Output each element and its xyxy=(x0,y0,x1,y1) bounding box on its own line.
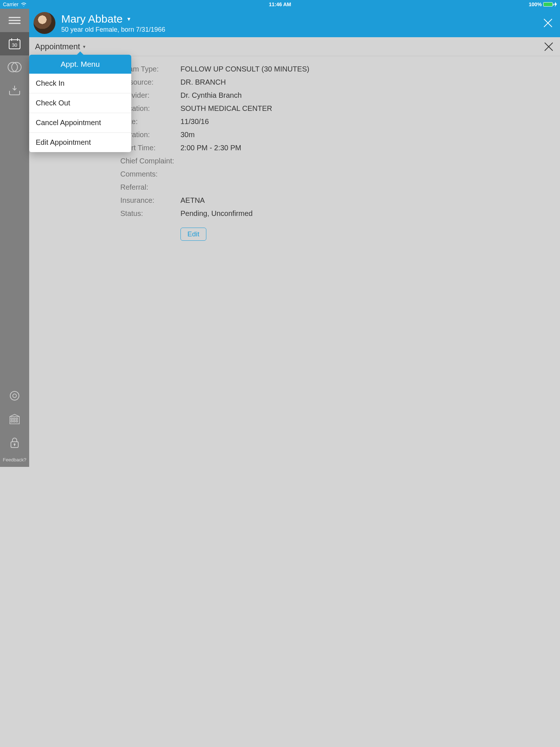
field-label: Chief Complaint: xyxy=(120,157,180,165)
chevron-down-icon: ▼ xyxy=(82,44,86,49)
menu-check-out[interactable]: Check Out xyxy=(29,93,131,113)
people-icon xyxy=(8,61,22,73)
gear-icon xyxy=(9,390,20,402)
field-value: Pending, Unconfirmed xyxy=(180,209,253,218)
field-value: 11/30/16 xyxy=(180,117,209,126)
patient-name-text: Mary Abbate xyxy=(61,13,122,25)
carrier-label: Carrier xyxy=(3,1,19,7)
field-value: FOLLOW UP CONSULT (30 MINUTES) xyxy=(180,65,309,73)
dropdown-header: Appt. Menu xyxy=(29,55,131,74)
chevron-down-icon: ▼ xyxy=(126,16,131,22)
inbox-download-icon xyxy=(8,85,21,96)
patient-name-dropdown[interactable]: Mary Abbate ▼ xyxy=(61,13,165,25)
svg-rect-15 xyxy=(11,421,12,422)
field-value: DR. BRANCH xyxy=(180,78,226,86)
hamburger-icon xyxy=(8,16,21,24)
sidebar-menu-button[interactable] xyxy=(0,9,29,32)
patient-header: Mary Abbate ▼ 50 year old Female, born 7… xyxy=(29,9,350,37)
sidebar-feedback-link[interactable]: Feedback? xyxy=(0,454,29,467)
sidebar-settings[interactable] xyxy=(0,384,29,407)
patient-subtitle: 50 year old Female, born 7/31/1966 xyxy=(61,26,165,34)
field-label: Status: xyxy=(120,209,180,218)
svg-rect-14 xyxy=(16,418,18,419)
field-value: 2:00 PM - 2:30 PM xyxy=(180,144,241,152)
menu-edit-appointment[interactable]: Edit Appointment xyxy=(29,133,131,152)
menu-check-in[interactable]: Check In xyxy=(29,74,131,93)
svg-text:30: 30 xyxy=(12,42,17,48)
status-bar: Carrier 11:46 AM 100% xyxy=(0,0,350,9)
subheader-title-text: Appointment xyxy=(35,42,80,51)
svg-rect-17 xyxy=(16,421,18,422)
svg-rect-12 xyxy=(11,418,12,419)
calendar-icon: 30 xyxy=(8,38,21,50)
field-value: AETNA xyxy=(180,196,205,205)
field-value: Dr. Cynthia Branch xyxy=(180,91,242,100)
appointment-menu-dropdown: Appt. Menu Check In Check Out Cancel App… xyxy=(29,55,131,152)
sidebar-lock[interactable] xyxy=(0,431,29,454)
field-label: Comments: xyxy=(120,170,180,178)
svg-rect-16 xyxy=(13,421,15,422)
building-icon xyxy=(8,414,21,425)
field-label: Insurance: xyxy=(120,196,180,205)
svg-point-10 xyxy=(10,391,19,400)
field-value: 30m xyxy=(180,131,195,139)
sidebar-patients[interactable] xyxy=(0,55,29,79)
field-label: Referral: xyxy=(120,183,180,191)
field-value: SOUTH MEDICAL CENTER xyxy=(180,104,272,113)
edit-button[interactable]: Edit xyxy=(180,228,206,241)
sidebar-facility[interactable] xyxy=(0,407,29,431)
menu-cancel-appointment[interactable]: Cancel Appointment xyxy=(29,113,131,133)
lock-icon xyxy=(9,437,20,448)
sidebar-inbox[interactable] xyxy=(0,79,29,102)
svg-rect-11 xyxy=(10,417,19,424)
status-time: 11:46 AM xyxy=(269,1,291,7)
wifi-icon xyxy=(21,2,27,7)
svg-rect-13 xyxy=(13,418,15,419)
svg-point-9 xyxy=(13,394,16,398)
appointment-dropdown-trigger[interactable]: Appointment ▼ xyxy=(35,42,86,51)
sidebar-calendar[interactable]: 30 xyxy=(0,32,29,55)
patient-avatar[interactable] xyxy=(34,12,55,34)
sidebar: 30 Feedback? xyxy=(0,0,29,467)
